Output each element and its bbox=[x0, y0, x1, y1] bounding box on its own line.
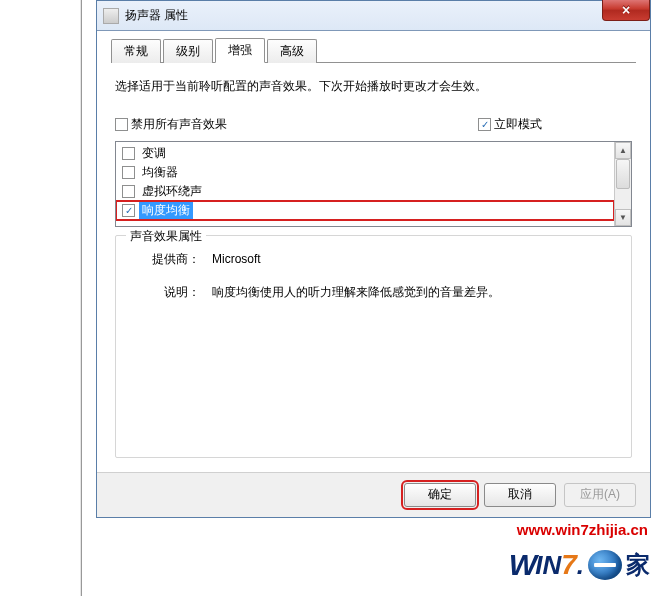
desc-value: 响度均衡使用人的听力理解来降低感觉到的音量差异。 bbox=[212, 283, 617, 302]
effect-label: 虚拟环绕声 bbox=[139, 183, 205, 200]
disable-all-checkbox[interactable]: 禁用所有声音效果 bbox=[115, 116, 227, 133]
immediate-mode-label: 立即模式 bbox=[494, 116, 542, 133]
logo-badge-icon bbox=[588, 550, 622, 580]
provider-label: 提供商： bbox=[130, 250, 212, 269]
list-item[interactable]: 均衡器 bbox=[116, 163, 614, 182]
tab-general[interactable]: 常规 bbox=[111, 39, 161, 63]
desc-label: 说明： bbox=[130, 283, 212, 302]
provider-value: Microsoft bbox=[212, 250, 617, 269]
ok-button[interactable]: 确定 bbox=[404, 483, 476, 507]
scroll-down-button[interactable]: ▼ bbox=[615, 209, 631, 226]
scrollbar[interactable]: ▲ ▼ bbox=[614, 142, 631, 226]
logo-w: W bbox=[509, 548, 535, 582]
checkbox-icon[interactable] bbox=[122, 166, 135, 179]
cancel-button[interactable]: 取消 bbox=[484, 483, 556, 507]
watermark-text: www.win7zhijia.cn bbox=[517, 521, 648, 538]
scroll-up-button[interactable]: ▲ bbox=[615, 142, 631, 159]
list-item[interactable]: 变调 bbox=[116, 144, 614, 163]
dialog-window: 扬声器 属性 × 常规 级别 增强 高级 选择适用于当前聆听配置的声音效果。下次… bbox=[96, 0, 651, 518]
tab-enhancements[interactable]: 增强 bbox=[215, 38, 265, 63]
group-title: 声音效果属性 bbox=[126, 228, 206, 245]
tab-strip: 常规 级别 增强 高级 bbox=[111, 39, 636, 63]
effect-label: 均衡器 bbox=[139, 164, 181, 181]
dialog-footer: 确定 取消 应用(A) bbox=[97, 472, 650, 517]
win7-logo: W IN 7 . 家 bbox=[509, 548, 650, 582]
effect-label: 变调 bbox=[139, 145, 169, 162]
tab-advanced[interactable]: 高级 bbox=[267, 39, 317, 63]
options-row: 禁用所有声音效果 ✓ 立即模式 bbox=[115, 116, 632, 133]
scroll-track[interactable] bbox=[615, 159, 631, 209]
effect-label: 响度均衡 bbox=[139, 202, 193, 219]
close-button[interactable]: × bbox=[602, 0, 650, 21]
close-icon: × bbox=[622, 2, 630, 18]
window-title: 扬声器 属性 bbox=[125, 7, 188, 24]
checkbox-icon[interactable] bbox=[122, 147, 135, 160]
disable-all-label: 禁用所有声音效果 bbox=[131, 116, 227, 133]
logo-dot: . bbox=[577, 550, 584, 581]
list-item-loudness[interactable]: ✓ 响度均衡 bbox=[116, 201, 614, 220]
effects-listbox[interactable]: 变调 均衡器 虚拟环绕声 ✓ 响度均衡 ▲ bbox=[115, 141, 632, 227]
properties-group: 声音效果属性 提供商： Microsoft 说明： 响度均衡使用人的听力理解来降… bbox=[115, 235, 632, 457]
immediate-mode-checkbox[interactable]: ✓ 立即模式 bbox=[478, 116, 542, 133]
client-area: 常规 级别 增强 高级 选择适用于当前聆听配置的声音效果。下次开始播放时更改才会… bbox=[97, 31, 650, 472]
effects-list: 变调 均衡器 虚拟环绕声 ✓ 响度均衡 bbox=[116, 142, 614, 226]
scroll-thumb[interactable] bbox=[616, 159, 630, 189]
logo-in: IN bbox=[535, 550, 561, 581]
tab-levels[interactable]: 级别 bbox=[163, 39, 213, 63]
speaker-icon bbox=[103, 8, 119, 24]
titlebar[interactable]: 扬声器 属性 × bbox=[97, 1, 650, 31]
checkbox-icon: ✓ bbox=[478, 118, 491, 131]
description-text: 选择适用于当前聆听配置的声音效果。下次开始播放时更改才会生效。 bbox=[115, 77, 632, 96]
checkbox-icon[interactable]: ✓ bbox=[122, 204, 135, 217]
checkbox-icon bbox=[115, 118, 128, 131]
checkbox-icon[interactable] bbox=[122, 185, 135, 198]
logo-seven: 7 bbox=[561, 549, 577, 581]
list-item[interactable]: 虚拟环绕声 bbox=[116, 182, 614, 201]
apply-button[interactable]: 应用(A) bbox=[564, 483, 636, 507]
logo-jia: 家 bbox=[626, 549, 650, 581]
